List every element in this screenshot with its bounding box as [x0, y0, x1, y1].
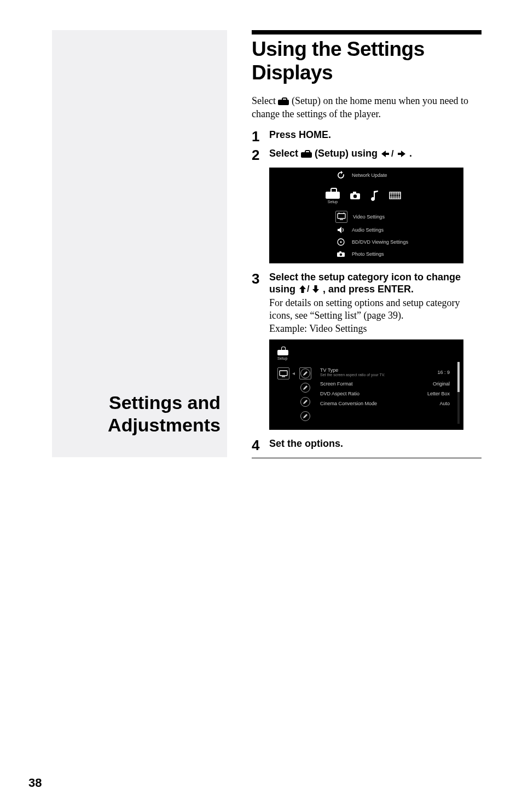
- step3-detail2: Example: Video Settings: [269, 323, 367, 334]
- page-title-line1: Using the Settings: [252, 38, 425, 60]
- camera-solid-icon: [350, 191, 361, 201]
- option-label: Cinema Conversion Mode: [320, 401, 377, 406]
- option-row: DVD Aspect Ratio Letter Box: [320, 391, 450, 396]
- step2-mid: (Setup) using: [315, 148, 380, 159]
- step-heading: Select the setup category icon to change…: [269, 271, 482, 296]
- screenshot-setup-menu: Network Update Setup Video Sett: [269, 168, 463, 263]
- sidebar-panel: Settings and Adjustments: [52, 30, 227, 457]
- arrow-left-right-icon: /: [380, 148, 409, 159]
- step-heading: Set the options.: [269, 437, 482, 450]
- disc-icon: [335, 238, 346, 246]
- page-title: Using the Settings Displays: [252, 38, 482, 84]
- pen-circle-icon: [299, 367, 311, 379]
- speaker-icon: [335, 226, 346, 234]
- scrollbar-thumb: [457, 362, 460, 392]
- step3-after: , and press ENTER.: [323, 284, 414, 295]
- film-icon: [389, 191, 401, 201]
- toolbox-icon: [278, 97, 289, 105]
- svg-point-17: [340, 254, 343, 256]
- intro-paragraph: Select (Setup) on the home menu when you…: [252, 94, 482, 121]
- closing-rule: [252, 458, 482, 458]
- step-number: 1: [252, 129, 269, 145]
- menu-row-network-update: Network Update: [270, 168, 463, 182]
- selection-highlight: [335, 211, 347, 223]
- toolbox-icon: [277, 347, 288, 355]
- svg-point-14: [340, 241, 342, 243]
- intro-before: Select: [252, 95, 278, 106]
- menu-label: BD/DVD Viewing Settings: [352, 239, 408, 245]
- setup-caption: Setup: [277, 356, 455, 360]
- heading-rule: [252, 30, 482, 34]
- svg-rect-16: [339, 251, 341, 253]
- edit-icon-column: [299, 367, 311, 422]
- options-list: TV Type Set the screen aspect ratio of y…: [320, 367, 450, 406]
- option-label-text: TV Type: [320, 367, 338, 373]
- step-1: 1 Press HOME.: [252, 129, 482, 145]
- svg-text:/: /: [307, 284, 310, 293]
- setup-header: Setup: [277, 347, 455, 360]
- music-note-icon: [370, 190, 379, 202]
- menu-row-video-settings: Video Settings: [270, 210, 463, 224]
- step-number: 4: [252, 437, 269, 453]
- tv-icon: [277, 367, 289, 379]
- scrollbar: [457, 362, 460, 424]
- menu-label: Network Update: [352, 172, 387, 178]
- chevron-left-icon: ◂: [292, 370, 295, 376]
- refresh-icon: [335, 171, 346, 180]
- option-sublabel: Set the screen aspect ratio of your TV.: [320, 373, 385, 377]
- svg-rect-2: [353, 192, 356, 194]
- screenshot-video-settings: Setup ◂ TV Type Set the screen aspect ra…: [269, 339, 463, 430]
- option-label: Screen Format: [320, 381, 353, 387]
- step2-before: Select: [269, 148, 301, 159]
- menu-row-bd-dvd-settings: BD/DVD Viewing Settings: [270, 236, 463, 248]
- step-3: 3 Select the setup category icon to chan…: [252, 271, 482, 335]
- step2-after: .: [409, 148, 412, 159]
- section-heading: Settings and Adjustments: [67, 391, 221, 436]
- toolbox-icon: [326, 188, 340, 199]
- setup-category: Setup: [326, 188, 340, 204]
- option-value: Letter Box: [427, 391, 450, 396]
- content-column: Using the Settings Displays Select (Setu…: [252, 30, 482, 458]
- svg-rect-19: [280, 371, 287, 376]
- option-value: 16 : 9: [437, 370, 450, 375]
- svg-point-3: [353, 194, 357, 198]
- option-value: Auto: [439, 401, 450, 406]
- arrow-up-down-icon: /: [298, 284, 323, 295]
- step-4: 4 Set the options.: [252, 437, 482, 453]
- option-label: DVD Aspect Ratio: [320, 391, 359, 396]
- setup-caption: Setup: [328, 200, 338, 204]
- menu-row-audio-settings: Audio Settings: [270, 224, 463, 236]
- toolbox-icon: [301, 150, 312, 158]
- step3-detail1: For details on setting options and setup…: [269, 297, 460, 321]
- menu-label: Audio Settings: [352, 227, 384, 233]
- page-title-line2: Displays: [252, 61, 333, 84]
- step-detail: For details on setting options and setup…: [269, 297, 482, 335]
- step-heading: Press HOME.: [269, 129, 482, 141]
- section-heading-line2: Adjustments: [108, 414, 221, 435]
- option-value: Original: [433, 381, 450, 387]
- step-heading: Select (Setup) using / .: [269, 147, 482, 160]
- pen-circle-icon: [299, 410, 311, 422]
- camera-icon: [335, 251, 346, 257]
- option-label: TV Type Set the screen aspect ratio of y…: [320, 367, 385, 377]
- menu-label: Photo Settings: [352, 251, 384, 257]
- menu-row-setup: Setup: [270, 182, 463, 210]
- pen-circle-icon: [299, 396, 311, 408]
- step-2: 2 Select (Setup) using / .: [252, 147, 482, 163]
- svg-rect-4: [390, 192, 401, 199]
- option-row: TV Type Set the screen aspect ratio of y…: [320, 367, 450, 377]
- option-row: Cinema Conversion Mode Auto: [320, 401, 450, 406]
- menu-row-photo-settings: Photo Settings: [270, 248, 463, 260]
- option-row: Screen Format Original: [320, 381, 450, 387]
- menu-label: Video Settings: [353, 214, 385, 220]
- svg-text:/: /: [391, 149, 394, 158]
- step-number: 3: [252, 271, 269, 287]
- tv-icon: [337, 212, 346, 221]
- category-icon-column: [277, 367, 289, 379]
- section-heading-line1: Settings and: [109, 392, 221, 413]
- page-number: 38: [28, 776, 42, 790]
- step-number: 2: [252, 147, 269, 163]
- pen-circle-icon: [299, 382, 311, 394]
- svg-rect-11: [338, 214, 345, 218]
